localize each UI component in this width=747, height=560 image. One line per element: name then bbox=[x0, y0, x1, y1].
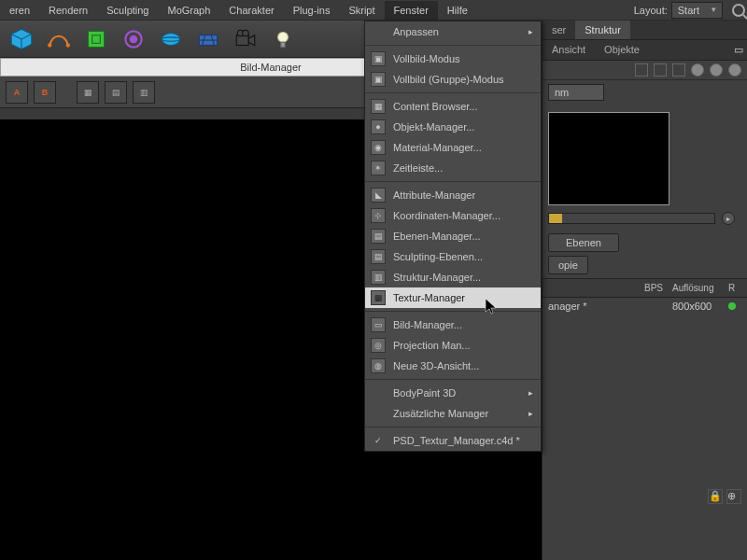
menu-vollbild-gruppe-modus[interactable]: ▣Vollbild (Gruppe)-Modus bbox=[365, 69, 541, 90]
menu-koordinaten-manager-[interactable]: ⊹Koordinaten-Manager... bbox=[365, 205, 541, 226]
menu-sculpting[interactable]: Sculpting bbox=[97, 1, 158, 20]
environment-icon[interactable] bbox=[155, 23, 187, 55]
preview-box bbox=[548, 112, 669, 205]
menu-item-label: PSD_Textur_Manager.c4d * bbox=[393, 435, 520, 446]
menu-item-icon: ▣ bbox=[371, 72, 386, 87]
th-res[interactable]: Auflösung bbox=[672, 283, 728, 293]
menu-charakter[interactable]: Charakter bbox=[219, 1, 283, 20]
panel-tool-2[interactable]: ▤ bbox=[105, 81, 127, 104]
th-r[interactable]: R bbox=[728, 283, 741, 293]
tab-struktur[interactable]: Struktur bbox=[575, 21, 630, 39]
th-bps[interactable]: BPS bbox=[644, 283, 672, 293]
btn-a[interactable]: A bbox=[6, 81, 28, 104]
lock-row: 🔒 ⊕ bbox=[708, 489, 741, 504]
menu-content-browser-[interactable]: ▦Content Browser... bbox=[365, 96, 541, 117]
menu-attribute-manager[interactable]: ◣Attribute-Manager bbox=[365, 185, 541, 205]
row-name: anager * bbox=[548, 301, 644, 312]
menu-item-label: Zeitleiste... bbox=[393, 162, 443, 174]
menu-fenster[interactable]: Fenster bbox=[385, 1, 438, 20]
menu-item-icon: ▤ bbox=[371, 249, 386, 264]
opt-icon-3[interactable] bbox=[672, 63, 685, 77]
svg-rect-19 bbox=[281, 42, 285, 47]
tab-objekte[interactable]: Objekte bbox=[595, 40, 649, 60]
menu-item-label: Vollbild-Modus bbox=[393, 53, 460, 64]
cube-icon[interactable] bbox=[6, 23, 37, 55]
panel-tool-1[interactable]: ▦ bbox=[77, 81, 99, 104]
menu-item-label: Objekt-Manager... bbox=[393, 121, 474, 133]
menu-item-icon: ▩ bbox=[371, 290, 386, 305]
cursor-icon bbox=[485, 299, 498, 318]
icon-row bbox=[543, 61, 747, 80]
preview-slider[interactable]: ▸ bbox=[548, 213, 715, 224]
panel-tool-3[interactable]: ▥ bbox=[133, 81, 155, 104]
menu-item-icon: ✓ bbox=[371, 433, 386, 448]
menu-material-manager-[interactable]: ◉Material-Manager... bbox=[365, 137, 541, 158]
menu-item-icon: ✶ bbox=[371, 161, 386, 175]
menu-item-icon: ◎ bbox=[371, 338, 386, 353]
light-icon[interactable] bbox=[267, 23, 299, 55]
floor-icon[interactable] bbox=[192, 23, 224, 55]
opt-icon-2[interactable] bbox=[654, 63, 667, 77]
deformer-icon[interactable] bbox=[118, 23, 149, 55]
btn-ebenen[interactable]: Ebenen bbox=[548, 233, 619, 252]
menu-mograph[interactable]: MoGraph bbox=[159, 1, 220, 20]
menu-skript[interactable]: Skript bbox=[339, 1, 384, 20]
table-row[interactable]: anager * 747x560 bbox=[543, 298, 747, 315]
svg-point-8 bbox=[162, 33, 180, 45]
menu-item-label: Attribute-Manager bbox=[393, 189, 475, 201]
menu-item-label: Struktur-Manager... bbox=[393, 272, 481, 283]
menu-hilfe[interactable]: Hilfe bbox=[438, 1, 477, 20]
search-icon[interactable] bbox=[732, 4, 745, 17]
menu-item-icon: ◍ bbox=[371, 358, 386, 373]
menu-bodypaint-3d[interactable]: BodyPaint 3D bbox=[365, 383, 541, 403]
right-tabs-1: ser Struktur bbox=[543, 21, 747, 40]
generator-icon[interactable] bbox=[80, 23, 112, 55]
menu-render[interactable]: Rendern bbox=[39, 1, 97, 20]
menu-item-label: Sculpting-Ebenen... bbox=[393, 251, 483, 262]
th-name bbox=[548, 283, 644, 293]
svg-rect-14 bbox=[236, 35, 248, 45]
spline-icon[interactable] bbox=[43, 23, 75, 55]
menu-anpassen[interactable]: Anpassen bbox=[365, 21, 541, 42]
corner-icon[interactable]: ▭ bbox=[730, 40, 747, 60]
menu-item[interactable]: eren bbox=[0, 1, 39, 20]
lock-icon[interactable]: 🔒 bbox=[708, 489, 723, 504]
btn-opie[interactable]: opie bbox=[548, 256, 588, 274]
menu-item-label: Neue 3D-Ansicht... bbox=[393, 360, 479, 371]
menu-textur-manager[interactable]: ▩Textur-Manager bbox=[365, 287, 541, 308]
menu-psd-textur-manager-c4d-[interactable]: ✓PSD_Textur_Manager.c4d * bbox=[365, 430, 541, 451]
opt-icon-4[interactable] bbox=[691, 63, 704, 77]
svg-point-18 bbox=[278, 32, 289, 42]
svg-marker-15 bbox=[248, 35, 255, 45]
menu-ebenen-manager-[interactable]: ▤Ebenen-Manager... bbox=[365, 226, 541, 246]
menu-sculpting-ebenen-[interactable]: ▤Sculpting-Ebenen... bbox=[365, 246, 541, 267]
tab-ansicht[interactable]: Ansicht bbox=[543, 40, 595, 60]
slider-play-icon[interactable]: ▸ bbox=[722, 212, 735, 225]
svg-rect-4 bbox=[88, 31, 104, 47]
menu-zeitleiste-[interactable]: ✶Zeitleiste... bbox=[365, 158, 541, 178]
opt-icon-6[interactable] bbox=[728, 63, 741, 77]
unit-field[interactable]: nm bbox=[548, 84, 604, 101]
opt-icon-1[interactable] bbox=[635, 63, 648, 77]
menu-item-icon: ⊹ bbox=[371, 208, 386, 223]
menu-item-icon: ▤ bbox=[371, 229, 386, 244]
menu-item-label: Content Browser... bbox=[393, 101, 478, 112]
layout-combo[interactable]: Start bbox=[671, 2, 723, 19]
tab-ser[interactable]: ser bbox=[543, 21, 575, 39]
menu-projection-man-[interactable]: ◎Projection Man... bbox=[365, 335, 541, 356]
svg-point-17 bbox=[243, 30, 249, 36]
btn-b[interactable]: B bbox=[34, 81, 56, 104]
menu-zus-tzliche-manager[interactable]: Zusätzliche Manager bbox=[365, 403, 541, 424]
menu-item-label: Ebenen-Manager... bbox=[393, 231, 481, 242]
menu-bild-manager-[interactable]: ▭Bild-Manager... bbox=[365, 315, 541, 335]
menu-objekt-manager-[interactable]: ●Objekt-Manager... bbox=[365, 117, 541, 137]
menu-neue-3d-ansicht-[interactable]: ◍Neue 3D-Ansicht... bbox=[365, 356, 541, 376]
menu-struktur-manager-[interactable]: ▥Struktur-Manager... bbox=[365, 267, 541, 287]
expand-icon[interactable]: ⊕ bbox=[726, 489, 741, 504]
opt-icon-5[interactable] bbox=[710, 63, 723, 77]
menu-item-label: Material-Manager... bbox=[393, 142, 482, 153]
menu-plugins[interactable]: Plug-ins bbox=[284, 1, 340, 20]
menu-vollbild-modus[interactable]: ▣Vollbild-Modus bbox=[365, 49, 541, 69]
right-tabs-2: Ansicht Objekte ▭ bbox=[543, 40, 747, 61]
camera-icon[interactable] bbox=[230, 23, 261, 55]
